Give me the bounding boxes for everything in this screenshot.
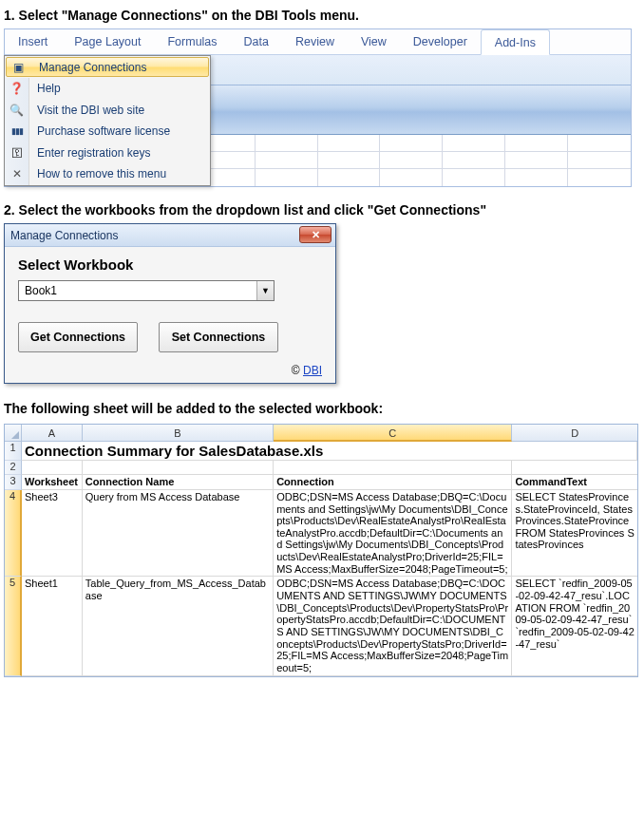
cell[interactable] bbox=[274, 461, 512, 475]
get-connections-button[interactable]: Get Connections bbox=[18, 322, 138, 352]
result-intro: The following sheet will be added to the… bbox=[4, 401, 640, 416]
workbook-value: Book1 bbox=[19, 284, 256, 297]
tab-view[interactable]: View bbox=[348, 29, 400, 54]
cell[interactable] bbox=[83, 461, 274, 475]
copyright: © bbox=[292, 364, 303, 377]
cell-commandtext[interactable]: SELECT `redfin_2009-05-02-09-42-47_resu`… bbox=[512, 577, 637, 675]
cell-worksheet[interactable]: Sheet1 bbox=[22, 577, 83, 675]
hdr-commandtext[interactable]: CommandText bbox=[512, 475, 637, 490]
step2-text: 2. Select the workbooks from the dropdow… bbox=[4, 202, 640, 218]
cell-worksheet[interactable]: Sheet3 bbox=[22, 490, 83, 577]
cell[interactable] bbox=[22, 461, 83, 475]
spreadsheet-preview bbox=[5, 135, 631, 186]
cell-connection-name[interactable]: Query from MS Access Database bbox=[83, 490, 274, 577]
col-header-b[interactable]: B bbox=[83, 425, 274, 442]
tab-review[interactable]: Review bbox=[282, 29, 348, 54]
hdr-connection[interactable]: Connection bbox=[274, 475, 512, 490]
result-grid: A B C D 1 Connection Summary for SalesDa… bbox=[4, 424, 638, 677]
manage-connections-dialog: Manage Connections ✕ Select Workbook Boo… bbox=[4, 223, 336, 384]
ribbon-body: DBI Tools ▾ bbox=[5, 55, 631, 85]
dialog-footer: © DBI bbox=[18, 364, 322, 377]
set-connections-button[interactable]: Set Connections bbox=[159, 322, 278, 352]
close-icon: ✕ bbox=[312, 229, 320, 241]
tab-developer[interactable]: Developer bbox=[400, 29, 481, 54]
row-header-3[interactable]: 3 bbox=[5, 475, 22, 490]
dropdown-arrow-icon: ▾ bbox=[71, 64, 76, 73]
workbook-dropdown[interactable]: Book1 ▼ bbox=[18, 280, 275, 301]
cell-connection[interactable]: ODBC;DSN=MS Access Database;DBQ=C:\Docum… bbox=[274, 490, 512, 577]
cell-connection[interactable]: ODBC;DSN=MS Access Database;DBQ=C:\DOCUM… bbox=[274, 577, 512, 675]
select-all-corner[interactable] bbox=[5, 425, 22, 442]
hdr-connection-name[interactable]: Connection Name bbox=[83, 475, 274, 490]
tab-data[interactable]: Data bbox=[231, 29, 282, 54]
cell[interactable] bbox=[512, 461, 637, 475]
cell-commandtext[interactable]: SELECT StatesProvinces.StateProvinceId, … bbox=[512, 490, 637, 577]
dbi-tools-button[interactable]: DBI Tools ▾ bbox=[10, 59, 85, 78]
row-header-2[interactable]: 2 bbox=[5, 461, 22, 475]
ribbon-lower-strip bbox=[5, 85, 631, 135]
select-workbook-label: Select Workbook bbox=[18, 256, 322, 273]
close-button[interactable]: ✕ bbox=[299, 226, 331, 243]
ribbon-tabs: Insert Page Layout Formulas Data Review … bbox=[5, 29, 631, 55]
dialog-titlebar: Manage Connections ✕ bbox=[5, 224, 335, 247]
hdr-worksheet[interactable]: Worksheet bbox=[22, 475, 83, 490]
dbi-tools-label: DBI Tools bbox=[19, 62, 67, 75]
chevron-down-icon: ▼ bbox=[256, 281, 274, 300]
col-header-d[interactable]: D bbox=[512, 425, 637, 442]
step1-text: 1. Select "Manage Connections" on the DB… bbox=[4, 8, 640, 23]
col-header-c[interactable]: C bbox=[274, 425, 512, 442]
tab-add-ins[interactable]: Add-Ins bbox=[481, 29, 550, 55]
row-header-1[interactable]: 1 bbox=[5, 442, 22, 461]
dbi-link[interactable]: DBI bbox=[303, 364, 322, 377]
row-header-4[interactable]: 4 bbox=[5, 490, 22, 577]
row-header-5[interactable]: 5 bbox=[5, 577, 22, 675]
tab-page-layout[interactable]: Page Layout bbox=[61, 29, 154, 54]
dialog-title: Manage Connections bbox=[10, 229, 118, 242]
summary-title: Connection Summary for SalesDatabase.xls bbox=[22, 442, 637, 461]
cell-connection-name[interactable]: Table_Query_from_MS_Access_Database bbox=[83, 577, 274, 675]
tab-formulas[interactable]: Formulas bbox=[154, 29, 230, 54]
tab-insert[interactable]: Insert bbox=[5, 29, 61, 54]
ribbon: Insert Page Layout Formulas Data Review … bbox=[4, 28, 632, 187]
col-header-a[interactable]: A bbox=[22, 425, 83, 442]
